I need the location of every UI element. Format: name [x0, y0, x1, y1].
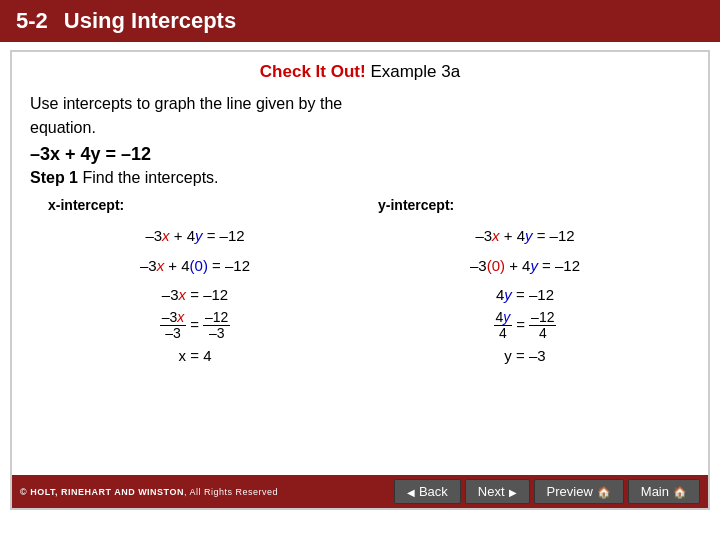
- main-button[interactable]: Main: [628, 479, 700, 504]
- intro-text: Use intercepts to graph the line given b…: [30, 92, 690, 140]
- preview-label: Preview: [547, 484, 593, 499]
- y-intercept-header: y-intercept:: [368, 197, 682, 213]
- x-intercept-col: x-intercept: –3x + 4y = –12 –3x + 4(0) =…: [30, 197, 360, 371]
- header-title: Using Intercepts: [64, 8, 236, 34]
- x-frac2: –12 –3: [203, 310, 230, 342]
- x-intercept-header: x-intercept:: [38, 197, 352, 213]
- x-frac1: –3x –3: [160, 310, 187, 342]
- next-button[interactable]: Next: [465, 479, 530, 504]
- example-label: Example 3a: [370, 62, 460, 81]
- x-row1: –3x + 4y = –12: [38, 221, 352, 251]
- main-equation: –3x + 4y = –12: [30, 144, 690, 165]
- x-row2: –3x + 4(0) = –12: [38, 251, 352, 281]
- y-frac1: 4y 4: [494, 310, 513, 342]
- x-row-frac: –3x –3 = –12 –3: [38, 310, 352, 342]
- y-frac2: –12 4: [529, 310, 556, 342]
- main-content: Check It Out! Example 3a Use intercepts …: [10, 50, 710, 510]
- y-row3: 4y = –12: [368, 280, 682, 310]
- intro-line2: equation.: [30, 119, 96, 136]
- preview-button[interactable]: Preview: [534, 479, 624, 504]
- page-wrapper: 5-2 Using Intercepts Check It Out! Examp…: [0, 0, 720, 540]
- footer-bar: © HOLT, RINEHART AND WINSTON, All Rights…: [12, 475, 708, 508]
- copyright-text: © HOLT, RINEHART AND WINSTON, All Rights…: [20, 487, 394, 497]
- y-result: y = –3: [368, 341, 682, 371]
- main-home-icon: [673, 484, 687, 499]
- intercepts-columns: x-intercept: –3x + 4y = –12 –3x + 4(0) =…: [30, 197, 690, 371]
- step1-line: Step 1 Find the intercepts.: [30, 169, 690, 187]
- x-result: x = 4: [38, 341, 352, 371]
- main-label: Main: [641, 484, 669, 499]
- intro-line1: Use intercepts to graph the line given b…: [30, 95, 342, 112]
- y-intercept-col: y-intercept: –3x + 4y = –12 –3(0) + 4y =…: [360, 197, 690, 371]
- copyright-bold: © HOLT, RINEHART AND WINSTON: [20, 487, 184, 497]
- back-button[interactable]: Back: [394, 479, 461, 504]
- step1-label: Step 1: [30, 169, 78, 186]
- next-label: Next: [478, 484, 505, 499]
- back-arrow-icon: [407, 484, 415, 499]
- step1-text: Find the intercepts.: [78, 169, 219, 186]
- header-bar: 5-2 Using Intercepts: [0, 0, 720, 42]
- check-prefix: Check It Out!: [260, 62, 366, 81]
- back-label: Back: [419, 484, 448, 499]
- nav-buttons: Back Next Preview Main: [394, 479, 700, 504]
- y-row2: –3(0) + 4y = –12: [368, 251, 682, 281]
- x-row3: –3x = –12: [38, 280, 352, 310]
- y-row1: –3x + 4y = –12: [368, 221, 682, 251]
- check-it-out: Check It Out! Example 3a: [30, 62, 690, 82]
- lesson-number: 5-2: [16, 8, 48, 34]
- next-arrow-icon: [509, 484, 517, 499]
- y-row-frac: 4y 4 = –12 4: [368, 310, 682, 342]
- preview-home-icon: [597, 484, 611, 499]
